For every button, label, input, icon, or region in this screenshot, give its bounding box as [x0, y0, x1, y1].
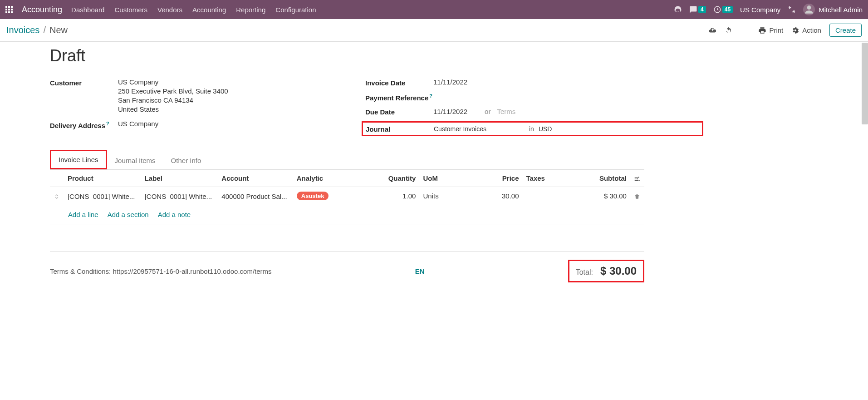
topbar: Accounting Dashboard Customers Vendors A… — [0, 0, 868, 19]
breadcrumb-sep: / — [43, 25, 46, 35]
col-price[interactable]: Price — [466, 170, 523, 187]
activities-badge: 45 — [722, 6, 733, 13]
help-icon[interactable]: ? — [429, 93, 432, 99]
line-actions: Add a line Add a section Add a note — [50, 205, 644, 224]
nav-dashboard[interactable]: Dashboard — [71, 6, 104, 14]
due-date-value[interactable]: 11/11/2022 — [433, 108, 467, 115]
cell-subtotal: $ 30.00 — [579, 187, 630, 205]
debug-icon[interactable] — [788, 5, 796, 14]
col-product[interactable]: Product — [64, 170, 141, 187]
main-content: Draft Customer US Company 250 Executive … — [0, 42, 868, 396]
avatar — [803, 4, 815, 15]
table-header-row: Product Label Account Analytic Quantity … — [50, 170, 644, 187]
col-analytic[interactable]: Analytic — [293, 170, 378, 187]
address-country: United States — [118, 105, 329, 113]
drag-handle-icon[interactable] — [50, 187, 64, 205]
due-date-row: 11/11/2022 or Terms — [433, 107, 644, 116]
breadcrumb-parent[interactable]: Invoices — [6, 25, 39, 35]
payment-reference-value[interactable] — [433, 92, 644, 102]
nav-vendors[interactable]: Vendors — [157, 6, 182, 14]
tab-other-info[interactable]: Other Info — [163, 152, 209, 169]
svg-point-1 — [638, 177, 639, 178]
cell-price[interactable]: 30.00 — [466, 187, 523, 205]
due-date-label: Due Date — [365, 107, 433, 116]
discard-icon[interactable] — [725, 26, 733, 34]
customer-label: Customer — [50, 78, 118, 114]
cell-account[interactable]: 400000 Product Sal... — [218, 187, 293, 205]
tab-journal-items[interactable]: Journal Items — [107, 152, 163, 169]
help-icon[interactable]: ? — [106, 121, 109, 126]
nav-configuration[interactable]: Configuration — [275, 6, 316, 14]
breadcrumb-current: New — [49, 25, 68, 35]
invoice-lines-table: Product Label Account Analytic Quantity … — [50, 169, 644, 282]
cell-taxes[interactable] — [523, 187, 579, 205]
address-line-2: San Francisco CA 94134 — [118, 96, 329, 104]
cell-delete[interactable] — [630, 187, 644, 205]
customer-value[interactable]: US Company 250 Executive Park Blvd, Suit… — [118, 78, 329, 114]
journal-label: Journal — [366, 124, 434, 133]
breadcrumb: Invoices / New — [6, 25, 68, 35]
sliders-icon — [634, 174, 640, 182]
terms-text[interactable]: Terms & Conditions: https://20957571-16-… — [50, 267, 272, 275]
total-box: Total: $ 30.00 — [568, 260, 644, 282]
cloud-upload-icon[interactable] — [708, 26, 716, 34]
app-title[interactable]: Accounting — [22, 5, 62, 15]
messages-icon[interactable]: 4 — [689, 5, 706, 14]
user-name: Mitchell Admin — [819, 6, 863, 14]
cell-label[interactable]: [CONS_0001] White... — [141, 187, 218, 205]
col-label[interactable]: Label — [141, 170, 218, 187]
journal-currency[interactable]: USD — [539, 125, 552, 133]
table-row[interactable]: [CONS_0001] White... [CONS_0001] White..… — [50, 187, 644, 205]
add-line-link[interactable]: Add a line — [68, 211, 98, 218]
tabs: Invoice Lines Journal Items Other Info — [50, 150, 644, 169]
svg-point-3 — [639, 180, 640, 181]
journal-value[interactable]: Customer Invoices — [434, 125, 525, 133]
add-note-link[interactable]: Add a note — [158, 211, 191, 218]
apps-icon[interactable] — [5, 6, 13, 13]
page-title: Draft — [50, 46, 644, 65]
terms-placeholder[interactable]: Terms — [497, 108, 515, 115]
cell-qty[interactable]: 1.00 — [378, 187, 420, 205]
messages-badge: 4 — [698, 6, 706, 13]
total-amount: $ 30.00 — [600, 265, 637, 277]
delivery-address-value[interactable]: US Company — [118, 120, 329, 129]
action-button[interactable]: Action — [791, 26, 821, 35]
user-menu[interactable]: Mitchell Admin — [803, 4, 863, 15]
total-label: Total: — [576, 268, 593, 277]
action-label: Action — [802, 26, 821, 34]
journal-row: Journal Customer Invoices in USD — [362, 121, 703, 136]
delivery-address-label: Delivery Address? — [50, 120, 118, 129]
col-quantity[interactable]: Quantity — [378, 170, 420, 187]
print-button[interactable]: Print — [758, 26, 783, 35]
col-options[interactable] — [630, 170, 644, 187]
invoice-date-value[interactable]: 11/11/2022 — [433, 78, 644, 87]
nav-accounting[interactable]: Accounting — [192, 6, 226, 14]
or-text: or — [485, 108, 490, 115]
cell-uom[interactable]: Units — [419, 187, 466, 205]
add-section-link[interactable]: Add a section — [108, 211, 149, 218]
print-label: Print — [769, 26, 783, 34]
col-subtotal[interactable]: Subtotal — [579, 170, 630, 187]
cell-product[interactable]: [CONS_0001] White... — [64, 187, 141, 205]
trash-icon — [634, 192, 640, 200]
analytic-tag[interactable]: Asustek — [297, 192, 329, 200]
address-line-1: 250 Executive Park Blvd, Suite 3400 — [118, 87, 329, 95]
tab-invoice-lines[interactable]: Invoice Lines — [50, 150, 107, 169]
col-uom[interactable]: UoM — [419, 170, 466, 187]
footer-row: Terms & Conditions: https://20957571-16-… — [50, 252, 644, 282]
col-account[interactable]: Account — [218, 170, 293, 187]
activities-icon[interactable]: 45 — [713, 5, 733, 14]
support-icon[interactable] — [674, 5, 682, 14]
create-button[interactable]: Create — [829, 24, 862, 37]
col-taxes[interactable]: Taxes — [523, 170, 579, 187]
breadcrumb-bar: Invoices / New Print Action Create — [0, 19, 868, 42]
customer-name: US Company — [118, 78, 329, 86]
nav-customers[interactable]: Customers — [114, 6, 147, 14]
company-selector[interactable]: US Company — [740, 6, 780, 14]
svg-point-2 — [637, 178, 638, 179]
cell-analytic[interactable]: Asustek — [293, 187, 378, 205]
scrollbar[interactable] — [862, 43, 868, 124]
invoice-date-label: Invoice Date — [365, 78, 433, 87]
language-badge[interactable]: EN — [415, 267, 425, 275]
nav-reporting[interactable]: Reporting — [236, 6, 265, 14]
